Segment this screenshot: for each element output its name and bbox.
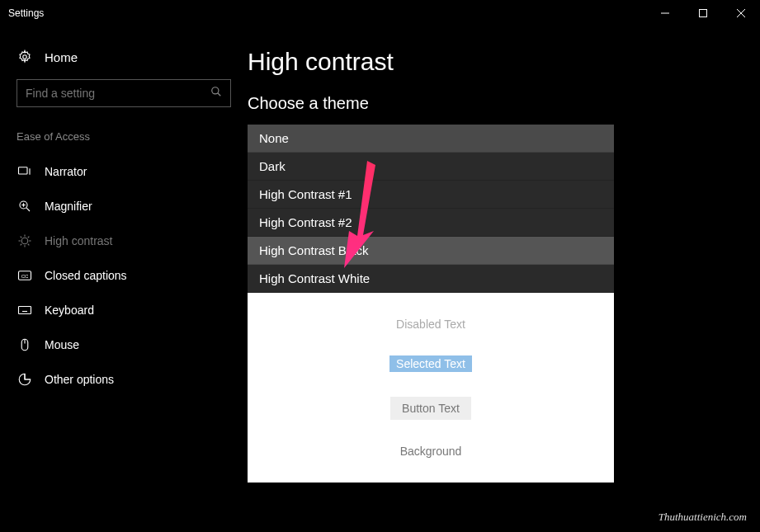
other-options-icon [17, 372, 33, 387]
sidebar: Home Ease of Access Narrator Magnifier H… [0, 26, 248, 532]
svg-line-6 [218, 93, 221, 97]
closed-captions-icon: CC [17, 268, 33, 283]
category-label: Ease of Access [0, 130, 248, 154]
high-contrast-icon [17, 233, 33, 248]
home-button[interactable]: Home [0, 43, 248, 79]
svg-line-17 [21, 237, 22, 238]
theme-option-dark[interactable]: Dark [248, 153, 614, 181]
sidebar-item-label: Magnifier [45, 200, 92, 213]
watermark: Thuthuattienich.com [659, 511, 747, 524]
home-label: Home [45, 50, 78, 64]
svg-point-12 [21, 238, 28, 244]
search-box[interactable] [17, 79, 231, 107]
settings-window: Settings Home [0, 0, 760, 532]
svg-rect-23 [19, 307, 31, 314]
svg-point-4 [23, 55, 27, 59]
close-icon [737, 9, 745, 17]
narrator-icon [17, 164, 33, 179]
maximize-button[interactable] [684, 0, 722, 26]
theme-option-hc1[interactable]: High Contrast #1 [248, 181, 614, 209]
sidebar-item-high-contrast[interactable]: High contrast [0, 224, 248, 258]
sidebar-item-label: Mouse [45, 338, 79, 351]
sidebar-item-closed-captions[interactable]: CC Closed captions [0, 258, 248, 293]
window-title: Settings [8, 7, 44, 19]
page-title: High contrast [248, 48, 760, 76]
svg-point-5 [212, 87, 219, 94]
preview-button-text: Button Text [390, 397, 471, 420]
sidebar-item-other-options[interactable]: Other options [0, 362, 248, 397]
sidebar-item-label: High contrast [45, 234, 112, 247]
mouse-icon [17, 337, 33, 352]
sidebar-item-label: Other options [45, 373, 114, 386]
sidebar-item-keyboard[interactable]: Keyboard [0, 293, 248, 327]
svg-line-18 [28, 244, 30, 246]
preview-disabled-text: Disabled Text [396, 318, 465, 331]
maximize-icon [699, 9, 707, 17]
main-panel: High contrast Choose a theme None Dark H… [248, 26, 760, 532]
svg-line-19 [21, 244, 22, 246]
sidebar-item-label: Keyboard [45, 304, 94, 317]
svg-rect-1 [700, 10, 707, 17]
titlebar: Settings [0, 0, 760, 26]
svg-line-20 [28, 237, 30, 238]
keyboard-icon [17, 303, 33, 318]
search-icon [210, 86, 222, 101]
minimize-button[interactable] [646, 0, 684, 26]
sidebar-item-mouse[interactable]: Mouse [0, 327, 248, 362]
sidebar-item-label: Closed captions [45, 269, 127, 282]
theme-dropdown[interactable]: None Dark High Contrast #1 High Contrast… [248, 125, 614, 293]
theme-option-hc-black[interactable]: High Contrast Black [248, 237, 614, 265]
section-title: Choose a theme [248, 94, 760, 113]
magnifier-icon [17, 199, 33, 214]
preview-selected-text: Selected Text [389, 355, 472, 372]
search-input[interactable] [26, 87, 210, 100]
sidebar-item-label: Narrator [45, 165, 87, 178]
sidebar-item-magnifier[interactable]: Magnifier [0, 189, 248, 224]
sidebar-item-narrator[interactable]: Narrator [0, 154, 248, 189]
theme-preview: Disabled Text Selected Text Button Text … [248, 293, 614, 483]
preview-background-label: Background [400, 445, 462, 458]
theme-option-none[interactable]: None [248, 125, 614, 153]
svg-rect-7 [19, 167, 28, 174]
theme-option-hc2[interactable]: High Contrast #2 [248, 209, 614, 237]
minimize-icon [661, 9, 669, 17]
theme-option-hc-white[interactable]: High Contrast White [248, 265, 614, 293]
svg-text:CC: CC [21, 274, 29, 279]
close-button[interactable] [722, 0, 760, 26]
gear-icon [17, 49, 33, 64]
svg-line-9 [26, 208, 30, 211]
